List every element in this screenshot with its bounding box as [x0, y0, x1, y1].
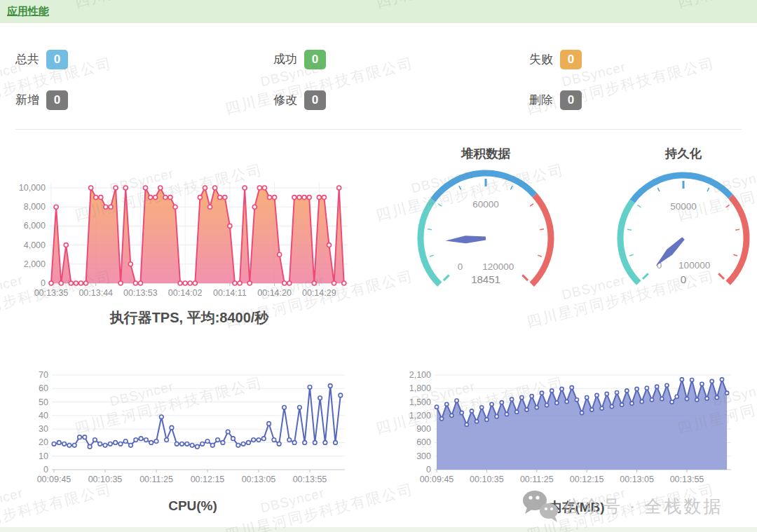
stat-badge: 0 — [304, 50, 326, 69]
stat-label: 总共 — [15, 51, 39, 67]
svg-text:2,000: 2,000 — [24, 259, 46, 269]
svg-text:00:12:15: 00:12:15 — [570, 475, 604, 484]
stat-badge: 0 — [46, 50, 68, 69]
tps-chart-title: 执行器TPS, 平均:8400/秒 — [14, 308, 364, 327]
stat-total: 总共 0 — [15, 49, 68, 69]
svg-text:60: 60 — [39, 383, 48, 393]
app-performance-link[interactable]: 应用性能 — [7, 5, 49, 18]
stat-badge: 0 — [46, 90, 68, 110]
svg-text:50: 50 — [39, 397, 48, 407]
divider — [15, 129, 742, 130]
svg-text:900: 900 — [416, 424, 431, 434]
svg-text:600: 600 — [416, 437, 431, 447]
svg-text:00:14:11: 00:14:11 — [213, 288, 247, 298]
svg-text:00:13:44: 00:13:44 — [79, 288, 113, 298]
svg-text:0: 0 — [43, 465, 48, 475]
svg-text:8,000: 8,000 — [24, 202, 46, 212]
svg-text:00:09:45: 00:09:45 — [37, 475, 71, 484]
persistence-gauge-chart: 持久化0500001000000 — [601, 137, 757, 296]
stat-insert: 新增 0 — [15, 90, 68, 110]
svg-text:10,000: 10,000 — [19, 183, 46, 193]
stat-label: 新增 — [15, 92, 39, 108]
stat-badge: 0 — [560, 50, 582, 69]
svg-text:00:10:35: 00:10:35 — [88, 475, 123, 484]
svg-text:00:13:53: 00:13:53 — [123, 288, 158, 298]
svg-text:20: 20 — [39, 437, 48, 447]
tps-chart: 02,0004,0006,0008,00010,00000:13:3500:13… — [14, 172, 364, 300]
svg-text:300: 300 — [416, 451, 431, 461]
svg-text:1,500: 1,500 — [409, 397, 431, 407]
stat-label: 删除 — [529, 92, 553, 108]
svg-text:00:13:35: 00:13:35 — [34, 288, 69, 298]
svg-text:堆积数据: 堆积数据 — [461, 146, 511, 161]
svg-text:0: 0 — [458, 261, 463, 272]
svg-text:00:14:20: 00:14:20 — [257, 288, 292, 298]
footer-brand-text: 公众号 · 全栈数据 — [564, 495, 723, 518]
svg-text:50000: 50000 — [670, 201, 697, 212]
stat-update: 修改 0 — [273, 90, 326, 110]
svg-text:持久化: 持久化 — [664, 146, 702, 161]
svg-text:00:11:25: 00:11:25 — [520, 475, 554, 484]
svg-text:40: 40 — [39, 411, 48, 421]
stat-success: 成功 0 — [273, 49, 326, 69]
cpu-chart-title: CPU(%) — [21, 498, 364, 514]
stat-label: 失败 — [529, 51, 553, 67]
svg-text:1,200: 1,200 — [409, 411, 431, 421]
svg-text:00:14:29: 00:14:29 — [302, 288, 336, 298]
svg-text:100000: 100000 — [678, 260, 710, 271]
svg-text:30: 30 — [39, 424, 48, 434]
svg-text:00:09:45: 00:09:45 — [420, 475, 454, 484]
svg-text:00:13:55: 00:13:55 — [293, 475, 327, 484]
svg-text:120000: 120000 — [482, 261, 514, 272]
svg-text:00:10:35: 00:10:35 — [470, 475, 504, 484]
svg-text:18451: 18451 — [471, 273, 500, 285]
svg-text:60000: 60000 — [472, 199, 499, 210]
stat-badge: 0 — [560, 90, 582, 110]
bottom-strip — [0, 527, 757, 532]
svg-text:0: 0 — [41, 278, 46, 288]
svg-text:00:13:05: 00:13:05 — [242, 475, 276, 484]
memory-chart: 03006009001,2001,5001,8002,10000:09:4500… — [403, 367, 750, 487]
svg-text:0: 0 — [426, 465, 431, 475]
svg-text:00:11:25: 00:11:25 — [139, 475, 173, 484]
svg-text:70: 70 — [39, 370, 48, 380]
stat-delete: 删除 0 — [529, 90, 582, 110]
stat-label: 成功 — [273, 51, 297, 67]
wechat-icon — [520, 489, 561, 524]
svg-text:4,000: 4,000 — [24, 240, 46, 250]
svg-text:00:13:55: 00:13:55 — [670, 475, 704, 484]
svg-text:10: 10 — [39, 451, 48, 461]
svg-text:00:12:15: 00:12:15 — [191, 475, 225, 484]
dashboard-page: { "header": { "title_link": "应用性能" }, "w… — [0, 0, 757, 532]
svg-text:2,100: 2,100 — [409, 370, 431, 380]
header-bar — [0, 0, 757, 23]
svg-text:00:14:02: 00:14:02 — [168, 288, 203, 298]
cpu-chart: 01020304050607000:09:4500:10:3500:11:250… — [21, 367, 364, 487]
backlog-gauge-chart: 堆积数据06000012000018451 — [407, 137, 571, 296]
svg-text:00:13:05: 00:13:05 — [620, 475, 654, 484]
stat-badge: 0 — [304, 90, 326, 110]
stat-fail: 失败 0 — [529, 49, 582, 69]
svg-text:1,800: 1,800 — [409, 383, 431, 393]
stat-label: 修改 — [273, 92, 297, 108]
svg-text:0: 0 — [681, 273, 686, 285]
footer-brand: 公众号 · 全栈数据 — [520, 489, 723, 524]
svg-text:6,000: 6,000 — [24, 221, 46, 231]
